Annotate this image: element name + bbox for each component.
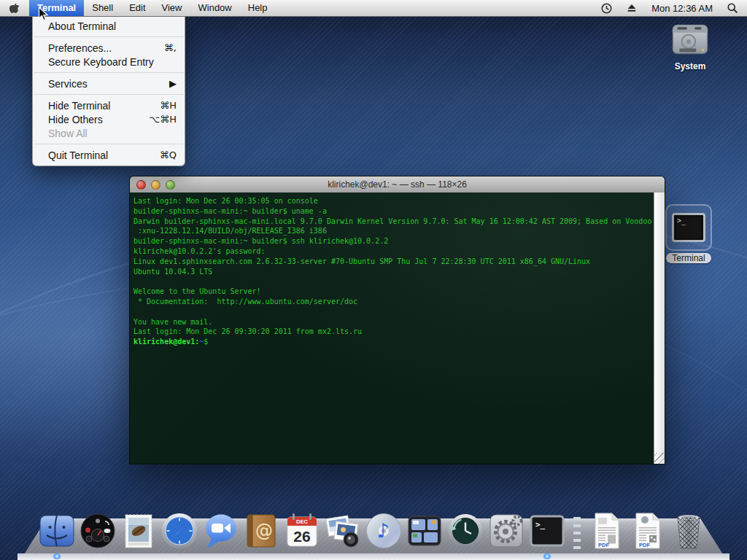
desktop-wallpaper: TerminalShellEditViewWindowHelp Mon 12:3… bbox=[0, 0, 747, 560]
dock-item-mail[interactable] bbox=[119, 511, 158, 551]
address-book-icon: @ bbox=[241, 511, 281, 551]
menu-item-secure-keyboard-entry[interactable]: Secure Keyboard Entry bbox=[33, 55, 185, 69]
terminal-line: builder-sphinxs-mac-mini:~ builder$ unam… bbox=[133, 206, 654, 217]
resize-handle[interactable] bbox=[654, 453, 665, 464]
pdf-document-icon: PDF bbox=[628, 511, 667, 551]
window-titlebar[interactable]: klirichek@dev1: ~ — ssh — 118×26 bbox=[130, 176, 665, 193]
submenu-arrow-icon: ▶ bbox=[169, 78, 177, 89]
menu-item-about-terminal[interactable]: About Terminal bbox=[33, 19, 185, 33]
terminal-line: Ubuntu 10.04.3 LTS bbox=[133, 267, 654, 277]
menu-window[interactable]: Window bbox=[190, 0, 240, 16]
apple-icon bbox=[9, 2, 20, 14]
menu-item-label: Preferences... bbox=[48, 42, 164, 54]
photos-icon bbox=[323, 511, 363, 551]
dock-item-trash[interactable] bbox=[669, 511, 708, 551]
menubar-clock[interactable]: Mon 12:36 AM bbox=[644, 3, 720, 14]
scrollbar[interactable] bbox=[654, 192, 665, 464]
menu-item-label: Hide Others bbox=[48, 114, 149, 125]
spaces-icon bbox=[405, 511, 444, 551]
dock-item-ical[interactable]: DEC 26 bbox=[282, 511, 322, 551]
menu-shortcut: ⌥⌘H bbox=[149, 114, 177, 125]
dock-shelf-front bbox=[18, 553, 729, 560]
menu-item-label: Show All bbox=[48, 128, 177, 139]
dock-item-safari[interactable] bbox=[160, 511, 199, 551]
menu-shortcut: ⌘, bbox=[164, 42, 177, 53]
selection-highlight: >_ bbox=[665, 204, 712, 251]
menu-item-label: Quit Terminal bbox=[48, 149, 160, 161]
menu-shortcut: ⌘H bbox=[160, 100, 177, 111]
close-button[interactable] bbox=[136, 180, 146, 190]
menu-view[interactable]: View bbox=[154, 0, 190, 16]
dock-item-system-preferences[interactable] bbox=[487, 511, 526, 551]
zoom-button[interactable] bbox=[166, 180, 175, 190]
pdf-badge: PDF bbox=[639, 542, 650, 548]
finder-icon bbox=[37, 511, 77, 551]
dock-item-finder[interactable] bbox=[37, 511, 77, 551]
menu-edit[interactable]: Edit bbox=[121, 0, 153, 16]
dock-item-itunes[interactable]: ♪ bbox=[364, 511, 403, 551]
dock-item-time-machine[interactable] bbox=[446, 511, 485, 551]
menu-item-label: Secure Keyboard Entry bbox=[48, 56, 177, 68]
menu-separator bbox=[34, 36, 184, 37]
dock-item-dashboard[interactable] bbox=[78, 511, 117, 551]
terminal-content[interactable]: Last login: Mon Dec 26 00:35:05 on conso… bbox=[130, 192, 654, 464]
dock: @ DEC 26 bbox=[36, 511, 709, 551]
terminal-line bbox=[133, 276, 654, 287]
desktop-icon-terminal[interactable]: >_ Terminal bbox=[664, 204, 713, 264]
itunes-icon: ♪ bbox=[364, 511, 403, 551]
terminal-line: :xnu-1228.12.14/BUILD/obj/RELEASE_I386 i… bbox=[133, 226, 654, 236]
terminal-line: Welcome to the Ubuntu Server! bbox=[133, 287, 654, 297]
desktop-icon-label: Terminal bbox=[666, 253, 711, 263]
ical-day: 26 bbox=[293, 528, 310, 545]
menu-item-preferences[interactable]: Preferences...⌘, bbox=[33, 41, 185, 55]
menu-shortcut: ⌘Q bbox=[160, 149, 177, 160]
menu-bar: TerminalShellEditViewWindowHelp Mon 12:3… bbox=[0, 0, 747, 17]
eject-icon[interactable] bbox=[619, 0, 644, 16]
time-machine-icon bbox=[446, 511, 485, 551]
terminal-app-menu: About TerminalPreferences...⌘,Secure Key… bbox=[32, 16, 185, 166]
terminal-line: klirichek@10.0.2.2's password: bbox=[133, 246, 654, 257]
menu-help[interactable]: Help bbox=[240, 0, 276, 16]
dock-item-spaces[interactable] bbox=[405, 511, 444, 551]
spotlight-icon[interactable] bbox=[720, 0, 747, 16]
prompt-glyph: >_ bbox=[535, 520, 546, 529]
mouse-cursor bbox=[38, 7, 49, 22]
ical-icon: DEC 26 bbox=[282, 511, 322, 551]
recent-items-clock-icon[interactable] bbox=[594, 0, 619, 16]
mail-stamp-icon bbox=[119, 511, 158, 551]
menu-separator bbox=[34, 144, 184, 144]
menu-item-hide-others[interactable]: Hide Others⌥⌘H bbox=[33, 112, 185, 126]
apple-menu[interactable] bbox=[0, 0, 29, 16]
window-title: klirichek@dev1: ~ — ssh — 118×26 bbox=[130, 179, 665, 190]
dock-item-pdf-document[interactable]: PDF bbox=[628, 511, 667, 551]
shell-prompt: klirichek@dev1:~$ bbox=[133, 337, 654, 347]
dock-item-pdf-document[interactable]: PDF bbox=[587, 511, 627, 551]
minimize-button[interactable] bbox=[151, 180, 160, 190]
menu-shell[interactable]: Shell bbox=[84, 0, 121, 16]
dock-item-iphoto[interactable] bbox=[323, 511, 363, 551]
terminal-window: klirichek@dev1: ~ — ssh — 118×26 Last lo… bbox=[129, 176, 665, 464]
menu-item-services[interactable]: Services▶ bbox=[33, 77, 185, 90]
running-indicator bbox=[52, 553, 62, 559]
dock-item-address-book[interactable]: @ bbox=[241, 511, 281, 551]
menu-item-quit-terminal[interactable]: Quit Terminal⌘Q bbox=[33, 148, 185, 162]
terminal-line: Linux dev1.sphinxsearch.com 2.6.32-33-se… bbox=[133, 257, 654, 267]
music-note-glyph: ♪ bbox=[376, 519, 389, 542]
menu-item-show-all: Show All bbox=[33, 126, 185, 140]
menu-item-label: About Terminal bbox=[48, 20, 177, 32]
desktop-icon-label: System bbox=[668, 61, 712, 71]
terminal-line: builder-sphinxs-mac-mini:~ builder$ ssh … bbox=[133, 236, 654, 246]
desktop-icon-system[interactable]: System bbox=[668, 23, 712, 71]
menu-item-hide-terminal[interactable]: Hide Terminal⌘H bbox=[33, 98, 185, 112]
terminal-icon: >_ bbox=[527, 511, 567, 551]
terminal-line: Last login: Mon Dec 26 09:30:20 2011 fro… bbox=[133, 327, 654, 337]
terminal-line: * Documentation: http://www.ubuntu.com/s… bbox=[133, 297, 654, 307]
menu-item-label: Hide Terminal bbox=[48, 100, 160, 112]
menu-separator bbox=[34, 72, 184, 73]
dock-item-ichat[interactable] bbox=[201, 511, 240, 551]
pdf-badge: PDF bbox=[598, 542, 609, 548]
dock-item-terminal[interactable]: >_ bbox=[527, 511, 567, 551]
terminal-icon: >_ bbox=[672, 213, 705, 242]
hard-drive-icon bbox=[670, 23, 711, 57]
menu-extras: Mon 12:36 AM bbox=[594, 0, 747, 16]
